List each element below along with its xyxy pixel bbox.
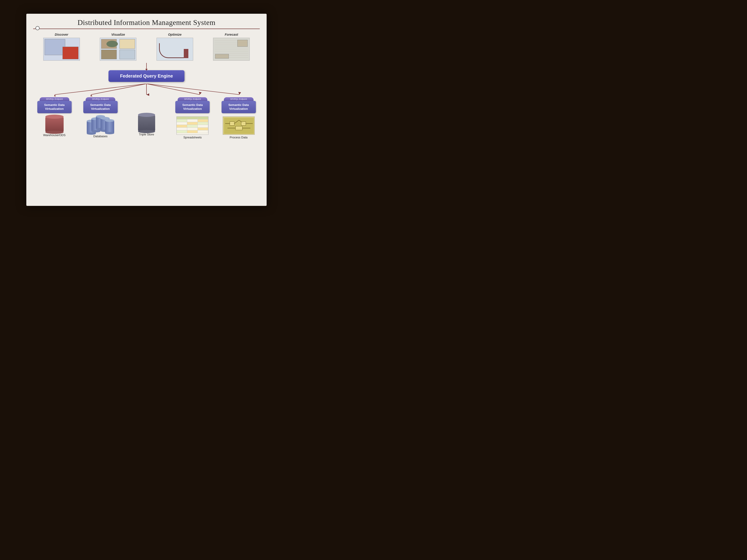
sparql-badge-processdata: SPARQL Endpoint (224, 97, 254, 101)
vis-quad-bl (101, 50, 117, 59)
warehouse-cylinder (45, 116, 63, 132)
column-triplestore: SPARQL Endpoint Triple Store (125, 97, 168, 138)
databases-label: Databases (93, 134, 108, 138)
optimize-bar (184, 49, 188, 58)
sdv-label-spreadsheets: Semantic DataVirtualization (182, 103, 203, 110)
processdata-icon-area: Process Data (223, 116, 255, 139)
forecast-mapbox1 (237, 40, 248, 47)
visualize-screenshot (100, 38, 136, 61)
sdv-box-spreadsheets: Semantic DataVirtualization (175, 101, 210, 113)
svg-line-0 (55, 84, 147, 95)
apps-section: Discover Visualize Optimize (33, 33, 260, 61)
spreadsheet-image (177, 116, 208, 135)
sdv-box-processdata: Semantic DataVirtualization (222, 101, 256, 113)
svg-rect-12 (241, 122, 246, 125)
slide-title: Distributed Information Management Syste… (33, 18, 260, 27)
ss-row-4 (177, 125, 208, 128)
app-optimize: Optimize (154, 33, 196, 61)
sdv-box-warehouse: Semantic DataVirtualization (37, 101, 72, 113)
discover-inner2 (62, 47, 78, 59)
triplestore-label: Triple Store (139, 133, 154, 136)
app-forecast-label: Forecast (225, 33, 238, 36)
databases-cylinders (87, 116, 114, 134)
process-image (223, 116, 255, 135)
ss-row-5 (177, 128, 208, 130)
sparql-badge-warehouse: SPARQL Endpoint (40, 97, 69, 101)
app-optimize-label: Optimize (168, 33, 181, 36)
sdv-label-processdata: Semantic DataVirtualization (228, 103, 249, 110)
sparql-badge-databases: SPARQL Endpoint (85, 97, 115, 101)
app-visualize: Visualize (98, 33, 139, 61)
app-discover: Discover (41, 33, 82, 61)
processdata-label: Process Data (230, 136, 248, 139)
optimize-curve (159, 43, 186, 58)
svg-rect-11 (230, 122, 234, 125)
app-discover-label: Discover (55, 33, 68, 36)
slide-container: Distributed Information Management Syste… (26, 14, 267, 206)
optimize-screenshot (157, 38, 193, 61)
fqe-box: Federated Query Engine (108, 70, 184, 82)
column-spreadsheets: SPARQL Endpoint Semantic DataVirtualizat… (172, 97, 214, 141)
discover-screenshot (43, 38, 80, 61)
cyl-5 (105, 121, 114, 133)
discover-inner1 (45, 39, 65, 55)
column-databases: SPARQL Endpoint Semantic DataVirtualizat… (79, 97, 122, 140)
triplestore-cylinder (138, 115, 155, 132)
vis-quad-br (120, 50, 135, 59)
title-underline (33, 29, 260, 29)
forecast-mapbox2 (215, 54, 229, 58)
ss-row-2 (177, 119, 208, 122)
fanout-arrows (33, 84, 260, 96)
sdv-label-databases: Semantic DataVirtualization (90, 103, 111, 110)
sparql-badge-spreadsheets: SPARQL Endpoint (178, 97, 207, 101)
forecast-screenshot (213, 38, 250, 61)
fqe-section: Federated Query Engine (33, 70, 260, 82)
app-forecast: Forecast (211, 33, 252, 61)
top-circle-indicator (35, 26, 40, 30)
sdv-box-databases: Semantic DataVirtualization (83, 101, 118, 113)
app-visualize-label: Visualize (111, 33, 125, 36)
column-warehouse: SPARQL Endpoint Semantic DataVirtualizat… (33, 97, 76, 139)
warehouse-label: Warehouse/ODS (43, 133, 66, 137)
triplestore-icon-area: Triple Store (138, 115, 155, 136)
spreadsheets-label: Spreadsheets (183, 136, 202, 139)
column-processdata: SPARQL Endpoint Semantic DataVirtualizat… (217, 97, 260, 141)
ss-row-6 (177, 130, 208, 133)
bottom-section: SPARQL Endpoint Semantic DataVirtualizat… (33, 97, 260, 141)
svg-rect-13 (235, 126, 242, 130)
ss-row-3 (177, 122, 208, 125)
sdv-label-warehouse: Semantic DataVirtualization (44, 103, 65, 110)
svg-line-4 (147, 84, 239, 95)
arrow-line-vertical (146, 63, 147, 69)
ss-row-1 (177, 117, 208, 119)
arrow-to-fqe (33, 63, 260, 69)
process-svg (223, 117, 255, 135)
spreadsheets-icon-area: Spreadsheets (177, 116, 208, 139)
vis-oval (106, 41, 118, 47)
databases-icon-area: Databases (87, 116, 114, 138)
fanout-svg (33, 84, 260, 96)
vis-quad-tr (120, 39, 135, 49)
warehouse-icon-area: Warehouse/ODS (43, 116, 66, 137)
